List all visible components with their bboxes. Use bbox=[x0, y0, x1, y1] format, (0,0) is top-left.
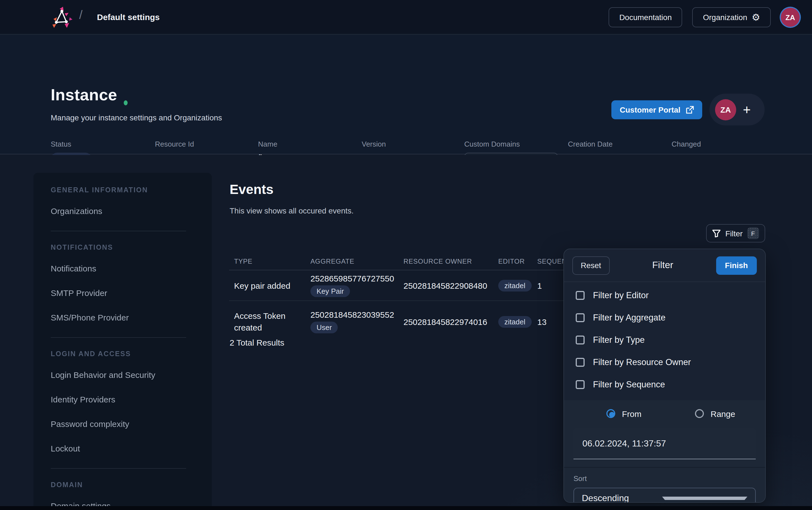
date-mode-radios: From Range bbox=[564, 400, 765, 425]
radio-range[interactable]: Range bbox=[695, 409, 735, 418]
filter-button[interactable]: Filter F bbox=[706, 224, 765, 243]
field-label: Status bbox=[51, 140, 92, 148]
column-aggregate[interactable]: AGGREGATE bbox=[311, 257, 404, 265]
sidebar-item-smtp-provider[interactable]: SMTP Provider bbox=[51, 288, 212, 298]
aggregate-type-badge: Key Pair bbox=[311, 285, 350, 297]
breadcrumb[interactable]: Default settings bbox=[97, 12, 160, 22]
table-row[interactable]: Key pair added 252865985776727550 Key Pa… bbox=[229, 270, 589, 301]
add-icon[interactable]: + bbox=[743, 102, 751, 117]
org-avatar[interactable]: ZA bbox=[715, 99, 736, 120]
filter-panel-footer: From Range 06.02.2024, 11:37:57 Sort Des… bbox=[564, 400, 765, 503]
checkbox-icon[interactable] bbox=[576, 380, 585, 389]
date-input[interactable]: 06.02.2024, 11:37:57 bbox=[574, 428, 756, 459]
documentation-button[interactable]: Documentation bbox=[609, 7, 682, 27]
total-results: 2 Total Results bbox=[230, 338, 284, 347]
sidebar-section-notifications: NOTIFICATIONS bbox=[51, 244, 212, 251]
filter-by-aggregate-option[interactable]: Filter by Aggregate bbox=[564, 307, 765, 329]
sidebar-item-login-behavior[interactable]: Login Behavior and Security bbox=[51, 370, 212, 379]
filter-by-resource-owner-option[interactable]: Filter by Resource Owner bbox=[564, 351, 765, 373]
checkbox-label: Filter by Resource Owner bbox=[593, 357, 691, 367]
aggregate-cell: 252865985776727550 Key Pair bbox=[311, 270, 404, 301]
sidebar-divider bbox=[51, 468, 186, 469]
aggregate-type-badge: User bbox=[311, 321, 338, 333]
sort-selected-value: Descending bbox=[582, 493, 662, 503]
aggregate-id: 250281845823039552 bbox=[311, 310, 394, 319]
top-navbar: / Default settings Documentation Organiz… bbox=[0, 0, 812, 34]
sort-select[interactable]: Descending bbox=[574, 488, 756, 503]
date-value: 06.02.2024, 11:37:57 bbox=[582, 438, 666, 448]
checkbox-label: Filter by Sequence bbox=[593, 379, 665, 390]
event-type: Key pair added bbox=[229, 280, 311, 291]
radio-from[interactable]: From bbox=[606, 409, 641, 418]
radio-unselected-icon[interactable] bbox=[695, 409, 704, 418]
sidebar-item-password-complexity[interactable]: Password complexity bbox=[51, 419, 212, 429]
external-link-icon bbox=[686, 106, 694, 114]
navbar-actions: Documentation Organization ⚙ ZA bbox=[609, 0, 800, 34]
field-label: Name bbox=[258, 140, 277, 148]
radio-label: Range bbox=[710, 409, 735, 418]
aggregate-id: 252865985776727550 bbox=[311, 274, 394, 283]
sidebar-item-notifications[interactable]: Notifications bbox=[51, 264, 212, 273]
page-subtitle: Manage your instance settings and Organi… bbox=[51, 113, 222, 122]
gear-icon: ⚙ bbox=[752, 12, 760, 22]
sidebar-section-domain: DOMAIN bbox=[51, 481, 212, 489]
editor-badge: zitadel bbox=[498, 316, 531, 328]
events-title: Events bbox=[230, 182, 273, 197]
page-title: Instance bbox=[51, 86, 117, 104]
radio-selected-icon[interactable] bbox=[606, 409, 615, 418]
zitadel-logo-icon[interactable] bbox=[51, 6, 74, 29]
finish-button[interactable]: Finish bbox=[716, 256, 757, 275]
events-table: TYPE AGGREGATE RESOURCE OWNER EDITOR SEQ… bbox=[229, 253, 589, 342]
filter-by-sequence-option[interactable]: Filter by Sequence bbox=[564, 373, 765, 396]
filter-button-label: Filter bbox=[725, 229, 743, 238]
window-bottom-strip bbox=[0, 506, 812, 510]
sidebar-item-sms-phone-provider[interactable]: SMS/Phone Provider bbox=[51, 313, 212, 322]
sidebar-divider bbox=[51, 337, 186, 338]
editor-badge: zitadel bbox=[498, 280, 531, 291]
checkbox-icon[interactable] bbox=[576, 336, 585, 344]
sidebar-item-organizations[interactable]: Organizations bbox=[51, 206, 212, 216]
checkbox-icon[interactable] bbox=[576, 313, 585, 322]
sort-section: Sort Descending bbox=[564, 467, 765, 503]
aggregate-cell: 250281845823039552 User bbox=[311, 307, 404, 337]
filter-by-type-option[interactable]: Filter by Type bbox=[564, 329, 765, 351]
funnel-icon bbox=[713, 229, 721, 237]
sidebar-section-general: GENERAL INFORMATION bbox=[51, 186, 212, 194]
radio-label: From bbox=[622, 409, 641, 418]
sidebar-item-lockout[interactable]: Lockout bbox=[51, 444, 212, 453]
settings-sidebar: GENERAL INFORMATION Organizations NOTIFI… bbox=[33, 173, 212, 510]
field-label: Changed bbox=[672, 140, 762, 148]
customer-portal-button[interactable]: Customer Portal bbox=[611, 100, 702, 119]
column-type[interactable]: TYPE bbox=[229, 257, 311, 265]
field-label: Custom Domains bbox=[464, 140, 558, 148]
checkbox-icon[interactable] bbox=[576, 291, 585, 300]
checkbox-label: Filter by Type bbox=[593, 335, 645, 345]
column-resource-owner[interactable]: RESOURCE OWNER bbox=[404, 257, 498, 265]
table-row[interactable]: Access Token created 250281845823039552 … bbox=[229, 301, 589, 342]
resource-owner: 250281845822908480 bbox=[404, 281, 498, 290]
checkbox-label: Filter by Editor bbox=[593, 290, 649, 301]
sidebar-item-identity-providers[interactable]: Identity Providers bbox=[51, 395, 212, 404]
filter-shortcut-key: F bbox=[747, 227, 759, 239]
sidebar-divider bbox=[51, 231, 186, 231]
checkbox-label: Filter by Aggregate bbox=[593, 313, 665, 323]
checkbox-icon[interactable] bbox=[576, 358, 585, 367]
org-switcher[interactable]: ZA + bbox=[709, 94, 765, 125]
column-editor[interactable]: EDITOR bbox=[498, 257, 537, 265]
status-green-dot bbox=[124, 100, 127, 105]
event-type: Access Token created bbox=[229, 310, 311, 333]
chevron-down-icon bbox=[662, 497, 747, 500]
instance-header: Instance Manage your instance settings a… bbox=[0, 34, 812, 154]
user-avatar[interactable]: ZA bbox=[781, 8, 800, 27]
sidebar-section-login-access: LOGIN AND ACCESS bbox=[51, 350, 212, 358]
field-label: Version bbox=[362, 140, 389, 148]
resource-owner: 250281845822974016 bbox=[404, 317, 498, 327]
organization-button[interactable]: Organization ⚙ bbox=[692, 7, 771, 27]
field-label: Resource Id bbox=[155, 140, 238, 148]
zitadel-console: / Default settings Documentation Organiz… bbox=[0, 0, 812, 510]
filter-by-editor-option[interactable]: Filter by Editor bbox=[564, 284, 765, 307]
events-table-header: TYPE AGGREGATE RESOURCE OWNER EDITOR SEQ… bbox=[229, 253, 589, 270]
filter-panel-body: Filter by Editor Filter by Aggregate Fil… bbox=[564, 282, 765, 503]
reset-button[interactable]: Reset bbox=[572, 256, 609, 275]
field-label: Creation Date bbox=[568, 140, 658, 148]
